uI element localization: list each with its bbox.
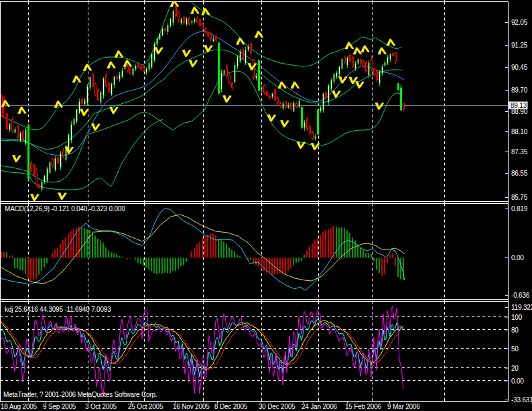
svg-text:MACD(12,26,9) -0.121 0.040 -0.: MACD(12,26,9) -0.121 0.040 -0.323 0.000 xyxy=(5,205,125,213)
svg-text:-33.631: -33.631 xyxy=(511,396,532,404)
svg-text:0.819: 0.819 xyxy=(511,205,528,213)
svg-text:20: 20 xyxy=(511,365,519,372)
svg-text:9 Mar 2006: 9 Mar 2006 xyxy=(387,403,420,410)
svg-text:91.25: 91.25 xyxy=(511,42,528,49)
svg-text:24 Jan 2006: 24 Jan 2006 xyxy=(302,403,337,410)
svg-text:9 Sep 2005: 9 Sep 2005 xyxy=(43,403,76,410)
svg-text:MetaTrader, ? 2001-2006 MetaQu: MetaTrader, ? 2001-2006 MetaQuotes Softw… xyxy=(3,391,157,398)
svg-text:85.75: 85.75 xyxy=(511,194,528,201)
svg-text:8 Dec 2005: 8 Dec 2005 xyxy=(214,403,248,410)
svg-text:kdj 25.6416 44.3095 -11.6940 7: kdj 25.6416 44.3095 -11.6940 7.0093 xyxy=(5,306,111,313)
svg-text:18 Aug 2005: 18 Aug 2005 xyxy=(1,403,38,410)
svg-text:100: 100 xyxy=(511,314,523,321)
svg-text:0.00: 0.00 xyxy=(511,254,524,261)
svg-text:-0.636: -0.636 xyxy=(511,292,530,299)
svg-text:119.322: 119.322 xyxy=(511,304,532,311)
svg-text:86.55: 86.55 xyxy=(511,170,528,177)
svg-text:88.90: 88.90 xyxy=(511,108,528,115)
svg-text:25 Oct 2005: 25 Oct 2005 xyxy=(128,403,163,410)
svg-text:30 Dec 2005: 30 Dec 2005 xyxy=(259,403,295,410)
svg-text:16 Nov 2005: 16 Nov 2005 xyxy=(173,403,210,410)
svg-text:88.10: 88.10 xyxy=(511,128,528,135)
svg-text:80: 80 xyxy=(511,327,519,334)
svg-text:92.05: 92.05 xyxy=(511,19,528,26)
svg-text:15 Feb 2006: 15 Feb 2006 xyxy=(345,403,382,410)
svg-text:90.45: 90.45 xyxy=(511,64,528,71)
svg-text:3 Oct 2005: 3 Oct 2005 xyxy=(85,403,117,410)
svg-text:89.70: 89.70 xyxy=(511,86,528,94)
svg-text:50: 50 xyxy=(511,345,519,353)
svg-text:87.35: 87.35 xyxy=(511,148,528,156)
svg-text:89.13: 89.13 xyxy=(511,102,527,109)
svg-text:0.00: 0.00 xyxy=(511,377,524,385)
